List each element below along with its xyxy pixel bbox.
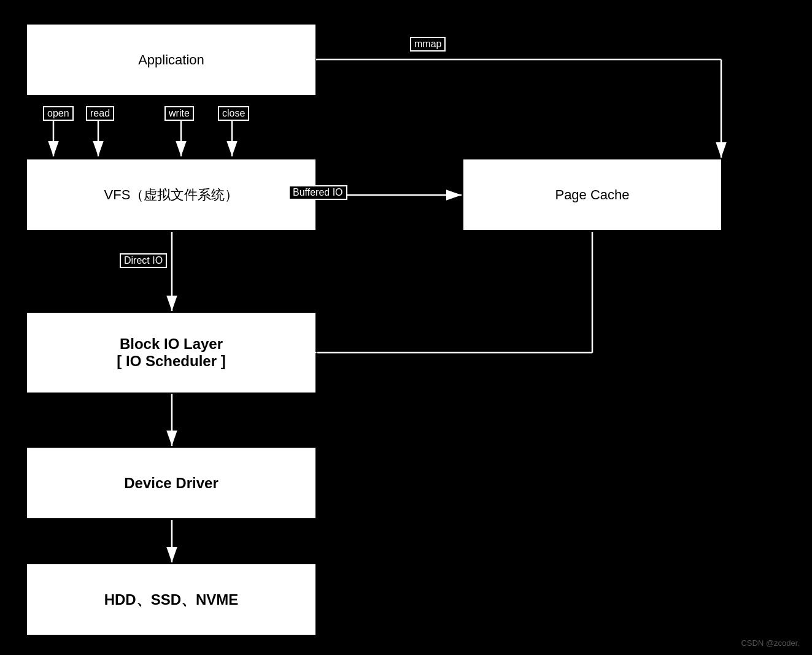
page-cache-label: Page Cache — [555, 187, 629, 203]
hdd-ssd-label: HDD、SSD、NVME — [104, 590, 239, 610]
device-driver-label: Device Driver — [124, 475, 218, 492]
mmap-badge: mmap — [410, 37, 446, 52]
write-badge: write — [164, 106, 194, 121]
read-badge: read — [86, 106, 114, 121]
vfs-label: VFS（虚拟文件系统） — [104, 186, 239, 204]
block-io-box: Block IO Layer[ IO Scheduler ] — [27, 313, 315, 393]
diagram-container: Application VFS（虚拟文件系统） Page Cache Block… — [0, 0, 812, 655]
application-label: Application — [138, 52, 204, 68]
buffered-io-badge: Buffered IO — [288, 185, 347, 200]
close-badge: close — [218, 106, 249, 121]
hdd-ssd-box: HDD、SSD、NVME — [27, 564, 315, 635]
watermark: CSDN @zcoder. — [741, 638, 800, 648]
vfs-box: VFS（虚拟文件系统） — [27, 159, 315, 230]
application-box: Application — [27, 25, 315, 95]
device-driver-box: Device Driver — [27, 448, 315, 518]
open-badge: open — [43, 106, 74, 121]
direct-io-badge: Direct IO — [120, 253, 167, 268]
page-cache-box: Page Cache — [463, 159, 721, 230]
block-io-label: Block IO Layer[ IO Scheduler ] — [117, 335, 225, 370]
